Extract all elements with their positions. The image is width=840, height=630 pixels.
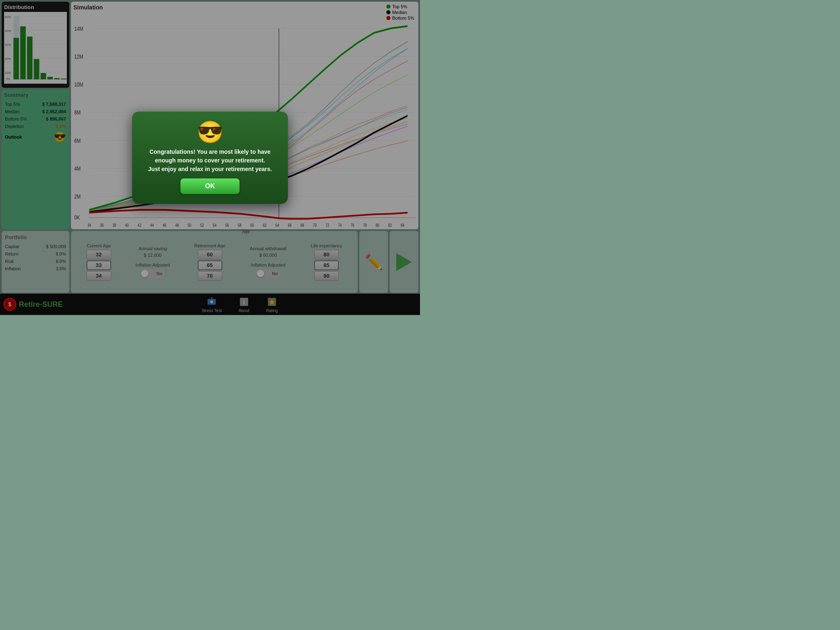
modal-box: 😎 Congratulations! You are most likely t… bbox=[132, 112, 288, 204]
modal-ok-button[interactable]: OK bbox=[180, 178, 240, 194]
modal-overlay[interactable]: 😎 Congratulations! You are most likely t… bbox=[0, 0, 420, 315]
modal-text: Congratulations! You are most likely to … bbox=[144, 148, 276, 173]
modal-emoji: 😎 bbox=[197, 121, 224, 143]
